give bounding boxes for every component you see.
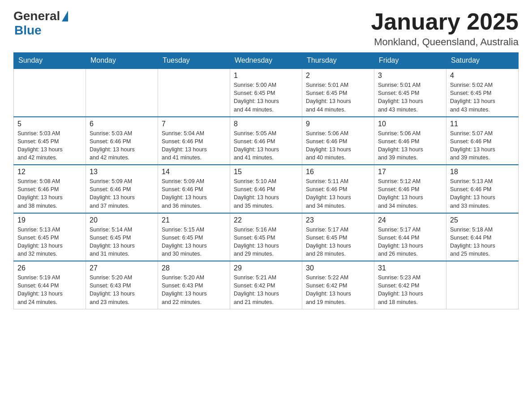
day-number: 2 (306, 72, 370, 80)
day-info: Sunrise: 5:03 AM Sunset: 6:46 PM Dayligh… (90, 129, 154, 162)
calendar-cell: 25Sunrise: 5:18 AM Sunset: 6:44 PM Dayli… (446, 213, 519, 261)
calendar-cell: 26Sunrise: 5:19 AM Sunset: 6:44 PM Dayli… (14, 261, 86, 309)
day-info: Sunrise: 5:02 AM Sunset: 6:45 PM Dayligh… (450, 81, 515, 114)
calendar-cell: 22Sunrise: 5:16 AM Sunset: 6:45 PM Dayli… (230, 213, 302, 261)
calendar-week-row: 5Sunrise: 5:03 AM Sunset: 6:45 PM Daylig… (14, 117, 519, 165)
day-info: Sunrise: 5:13 AM Sunset: 6:46 PM Dayligh… (450, 177, 515, 210)
calendar-cell: 31Sunrise: 5:23 AM Sunset: 6:42 PM Dayli… (374, 261, 446, 309)
day-number: 8 (234, 120, 298, 128)
calendar-cell: 17Sunrise: 5:12 AM Sunset: 6:46 PM Dayli… (374, 165, 446, 213)
day-info: Sunrise: 5:13 AM Sunset: 6:45 PM Dayligh… (17, 226, 82, 258)
calendar-cell (86, 68, 158, 117)
day-number: 15 (234, 168, 298, 176)
day-number: 28 (162, 264, 226, 272)
day-number: 22 (234, 216, 298, 224)
day-info: Sunrise: 5:22 AM Sunset: 6:42 PM Dayligh… (306, 274, 370, 306)
calendar-cell: 19Sunrise: 5:13 AM Sunset: 6:45 PM Dayli… (14, 213, 86, 261)
day-info: Sunrise: 5:18 AM Sunset: 6:44 PM Dayligh… (450, 226, 515, 258)
calendar-cell: 27Sunrise: 5:20 AM Sunset: 6:43 PM Dayli… (86, 261, 158, 309)
page-header: General Blue January 2025 Monkland, Quee… (13, 9, 519, 48)
calendar-cell: 18Sunrise: 5:13 AM Sunset: 6:46 PM Dayli… (446, 165, 519, 213)
calendar-cell (14, 68, 86, 117)
calendar-cell: 1Sunrise: 5:00 AM Sunset: 6:45 PM Daylig… (230, 68, 302, 117)
day-info: Sunrise: 5:06 AM Sunset: 6:46 PM Dayligh… (306, 129, 370, 162)
calendar-cell: 3Sunrise: 5:01 AM Sunset: 6:45 PM Daylig… (374, 68, 446, 117)
day-number: 23 (306, 216, 370, 224)
calendar-cell (446, 261, 519, 309)
day-info: Sunrise: 5:17 AM Sunset: 6:45 PM Dayligh… (306, 226, 370, 258)
day-number: 18 (450, 168, 515, 176)
day-info: Sunrise: 5:01 AM Sunset: 6:45 PM Dayligh… (306, 81, 370, 114)
calendar-cell: 4Sunrise: 5:02 AM Sunset: 6:45 PM Daylig… (446, 68, 519, 117)
day-info: Sunrise: 5:08 AM Sunset: 6:46 PM Dayligh… (17, 177, 82, 210)
day-number: 12 (17, 168, 82, 176)
day-number: 17 (378, 168, 442, 176)
calendar-cell: 10Sunrise: 5:06 AM Sunset: 6:46 PM Dayli… (374, 117, 446, 165)
calendar-cell: 16Sunrise: 5:11 AM Sunset: 6:46 PM Dayli… (302, 165, 374, 213)
day-number: 7 (162, 120, 226, 128)
weekday-header-tuesday: Tuesday (158, 53, 230, 69)
location-title: Monkland, Queensland, Australia (371, 36, 519, 48)
day-number: 30 (306, 264, 370, 272)
day-info: Sunrise: 5:16 AM Sunset: 6:45 PM Dayligh… (234, 226, 298, 258)
day-info: Sunrise: 5:12 AM Sunset: 6:46 PM Dayligh… (378, 177, 442, 210)
day-info: Sunrise: 5:06 AM Sunset: 6:46 PM Dayligh… (378, 129, 442, 162)
day-info: Sunrise: 5:23 AM Sunset: 6:42 PM Dayligh… (378, 274, 442, 306)
day-info: Sunrise: 5:21 AM Sunset: 6:42 PM Dayligh… (234, 274, 298, 306)
day-number: 5 (17, 120, 82, 128)
calendar-cell: 30Sunrise: 5:22 AM Sunset: 6:42 PM Dayli… (302, 261, 374, 309)
day-number: 20 (90, 216, 154, 224)
calendar-cell: 5Sunrise: 5:03 AM Sunset: 6:45 PM Daylig… (14, 117, 86, 165)
calendar-cell: 12Sunrise: 5:08 AM Sunset: 6:46 PM Dayli… (14, 165, 86, 213)
weekday-header-saturday: Saturday (446, 53, 519, 69)
calendar-header-row: SundayMondayTuesdayWednesdayThursdayFrid… (14, 53, 519, 69)
weekday-header-friday: Friday (374, 53, 446, 69)
title-block: January 2025 Monkland, Queensland, Austr… (371, 9, 519, 48)
calendar-week-row: 26Sunrise: 5:19 AM Sunset: 6:44 PM Dayli… (14, 261, 519, 309)
day-number: 9 (306, 120, 370, 128)
day-number: 13 (90, 168, 154, 176)
weekday-header-sunday: Sunday (14, 53, 86, 69)
calendar-cell: 8Sunrise: 5:05 AM Sunset: 6:46 PM Daylig… (230, 117, 302, 165)
day-info: Sunrise: 5:09 AM Sunset: 6:46 PM Dayligh… (90, 177, 154, 210)
day-number: 4 (450, 72, 515, 80)
calendar-cell: 20Sunrise: 5:14 AM Sunset: 6:45 PM Dayli… (86, 213, 158, 261)
logo-blue-text: Blue (14, 23, 68, 38)
day-number: 29 (234, 264, 298, 272)
calendar-week-row: 1Sunrise: 5:00 AM Sunset: 6:45 PM Daylig… (14, 68, 519, 117)
calendar-cell: 14Sunrise: 5:09 AM Sunset: 6:46 PM Dayli… (158, 165, 230, 213)
day-number: 1 (234, 72, 298, 80)
day-number: 19 (17, 216, 82, 224)
calendar-cell: 13Sunrise: 5:09 AM Sunset: 6:46 PM Dayli… (86, 165, 158, 213)
day-info: Sunrise: 5:09 AM Sunset: 6:46 PM Dayligh… (162, 177, 226, 210)
day-info: Sunrise: 5:19 AM Sunset: 6:44 PM Dayligh… (17, 274, 82, 306)
calendar-week-row: 12Sunrise: 5:08 AM Sunset: 6:46 PM Dayli… (14, 165, 519, 213)
day-info: Sunrise: 5:15 AM Sunset: 6:45 PM Dayligh… (162, 226, 226, 258)
day-info: Sunrise: 5:01 AM Sunset: 6:45 PM Dayligh… (378, 81, 442, 114)
day-number: 31 (378, 264, 442, 272)
day-number: 14 (162, 168, 226, 176)
day-info: Sunrise: 5:07 AM Sunset: 6:46 PM Dayligh… (450, 129, 515, 162)
calendar-cell: 6Sunrise: 5:03 AM Sunset: 6:46 PM Daylig… (86, 117, 158, 165)
day-info: Sunrise: 5:10 AM Sunset: 6:46 PM Dayligh… (234, 177, 298, 210)
weekday-header-monday: Monday (86, 53, 158, 69)
calendar-cell: 7Sunrise: 5:04 AM Sunset: 6:46 PM Daylig… (158, 117, 230, 165)
day-number: 21 (162, 216, 226, 224)
day-number: 27 (90, 264, 154, 272)
day-info: Sunrise: 5:17 AM Sunset: 6:44 PM Dayligh… (378, 226, 442, 258)
day-info: Sunrise: 5:11 AM Sunset: 6:46 PM Dayligh… (306, 177, 370, 210)
calendar-cell: 2Sunrise: 5:01 AM Sunset: 6:45 PM Daylig… (302, 68, 374, 117)
calendar-cell: 21Sunrise: 5:15 AM Sunset: 6:45 PM Dayli… (158, 213, 230, 261)
calendar-week-row: 19Sunrise: 5:13 AM Sunset: 6:45 PM Dayli… (14, 213, 519, 261)
calendar-cell: 11Sunrise: 5:07 AM Sunset: 6:46 PM Dayli… (446, 117, 519, 165)
weekday-header-thursday: Thursday (302, 53, 374, 69)
day-info: Sunrise: 5:05 AM Sunset: 6:46 PM Dayligh… (234, 129, 298, 162)
calendar-cell: 23Sunrise: 5:17 AM Sunset: 6:45 PM Dayli… (302, 213, 374, 261)
day-number: 10 (378, 120, 442, 128)
day-info: Sunrise: 5:20 AM Sunset: 6:43 PM Dayligh… (90, 274, 154, 306)
calendar-cell: 9Sunrise: 5:06 AM Sunset: 6:46 PM Daylig… (302, 117, 374, 165)
logo-triangle-icon (62, 11, 68, 21)
calendar-table: SundayMondayTuesdayWednesdayThursdayFrid… (13, 52, 519, 309)
day-number: 11 (450, 120, 515, 128)
calendar-cell: 28Sunrise: 5:20 AM Sunset: 6:43 PM Dayli… (158, 261, 230, 309)
